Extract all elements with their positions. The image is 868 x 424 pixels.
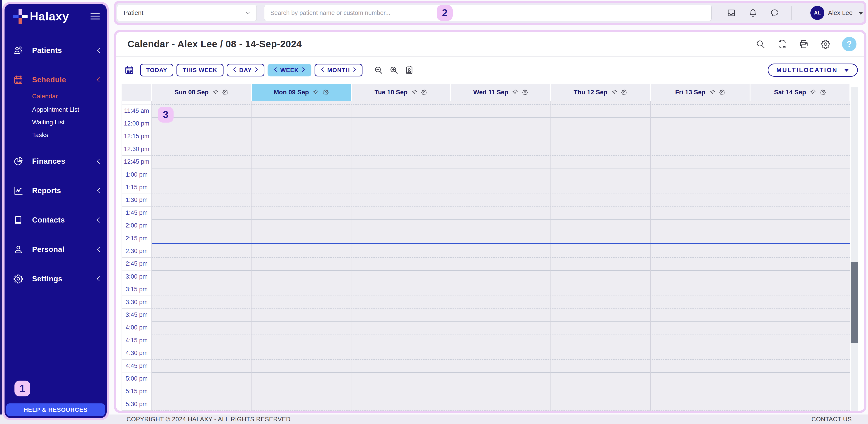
day-header-label: Thu 12 Sep (574, 89, 608, 96)
pin-icon[interactable] (709, 89, 715, 95)
day-header-label: Sat 14 Sep (774, 89, 806, 96)
chevron-right-icon[interactable] (353, 66, 356, 74)
grid-line (152, 156, 850, 156)
chevron-left-icon[interactable] (96, 188, 101, 194)
chevron-left-icon[interactable] (96, 47, 101, 54)
day-column-sun-08-sep[interactable] (152, 101, 251, 411)
time-label: 1:15 pm (122, 181, 152, 194)
day-column-sat-14-sep[interactable] (750, 101, 850, 411)
pin-icon[interactable] (212, 89, 219, 95)
chevron-left-icon[interactable] (321, 66, 324, 74)
day-header-tue-10-sep[interactable]: Tue 10 Sep (352, 84, 451, 101)
time-label: 12:00 pm (122, 117, 152, 130)
chat-icon[interactable] (770, 8, 780, 18)
refresh-icon[interactable] (777, 39, 787, 49)
chevron-left-icon[interactable] (96, 276, 101, 282)
sidebar-item-reports[interactable]: Reports (4, 183, 107, 198)
sidebar-subitem-calendar[interactable]: Calendar (4, 91, 107, 101)
sidebar-item-personal[interactable]: Personal (4, 243, 107, 256)
day-header-mon-09-sep[interactable]: Mon 09 Sep (252, 84, 350, 101)
week-view-button[interactable]: WEEK (268, 64, 311, 77)
logo-text[interactable]: Halaxy (30, 9, 69, 23)
chevron-left-icon[interactable] (96, 217, 101, 223)
day-column-fri-13-sep[interactable] (650, 101, 750, 411)
column-settings-icon[interactable] (322, 89, 329, 95)
contact-card-icon[interactable] (404, 65, 414, 75)
day-column-mon-09-sep[interactable] (251, 101, 351, 411)
sidebar-subitem-label: Calendar (32, 93, 58, 100)
sidebar-item-patients[interactable]: Patients (4, 44, 107, 57)
hamburger-menu-icon[interactable] (90, 12, 100, 20)
patient-filter-select[interactable]: Patient (117, 5, 257, 21)
day-header-thu-12-sep[interactable]: Thu 12 Sep (551, 84, 650, 101)
chevron-left-icon[interactable] (96, 77, 101, 83)
chevron-left-icon[interactable] (233, 66, 236, 74)
sidebar-item-label: Schedule (32, 76, 66, 84)
day-header-label: Wed 11 Sep (473, 89, 508, 96)
printer-icon[interactable] (799, 39, 809, 49)
column-settings-icon[interactable] (421, 89, 427, 95)
user-name[interactable]: Alex Lee (828, 9, 852, 17)
day-header-fri-13-sep[interactable]: Fri 13 Sep (651, 84, 750, 101)
column-settings-icon[interactable] (222, 89, 228, 95)
sidebar-item-contacts[interactable]: Contacts (4, 213, 107, 227)
grid-line (152, 143, 850, 143)
pin-icon[interactable] (810, 89, 816, 95)
column-settings-icon[interactable] (522, 89, 528, 95)
sidebar-item-label: Settings (32, 275, 62, 283)
gear-icon[interactable] (820, 39, 831, 49)
contact-us-link[interactable]: CONTACT US (811, 416, 852, 423)
chevron-left-icon[interactable] (96, 246, 101, 253)
chevron-right-icon[interactable] (255, 66, 258, 74)
zoom-out-icon[interactable] (374, 65, 383, 75)
multilocation-button[interactable]: MULTILOCATION (768, 63, 858, 77)
contacts-icon (13, 215, 24, 225)
sidebar-item-label: Contacts (32, 216, 65, 224)
vertical-scrollbar[interactable] (850, 87, 858, 411)
chevron-left-icon[interactable] (96, 158, 101, 164)
day-header-sun-08-sep[interactable]: Sun 08 Sep (152, 84, 251, 101)
day-header-sat-14-sep[interactable]: Sat 14 Sep (750, 84, 849, 101)
inbox-icon[interactable] (726, 8, 736, 18)
help-icon[interactable]: ? (842, 37, 857, 51)
sidebar-subitem-appointment-list[interactable]: Appointment List (4, 105, 107, 115)
chevron-right-icon[interactable] (302, 66, 305, 74)
column-settings-icon[interactable] (719, 89, 725, 95)
bell-icon[interactable] (748, 8, 758, 18)
search-icon[interactable] (755, 39, 766, 49)
patients-icon (13, 45, 24, 56)
help-resources-button[interactable]: HELP & RESOURCES (6, 403, 105, 416)
today-button[interactable]: TODAY (140, 64, 173, 77)
grid-line (152, 359, 850, 360)
day-column-tue-10-sep[interactable] (351, 101, 451, 411)
patient-search-input[interactable] (270, 5, 700, 21)
pin-icon[interactable] (611, 89, 617, 95)
column-settings-icon[interactable] (819, 89, 826, 95)
day-column-wed-11-sep[interactable] (451, 101, 551, 411)
sidebar: Halaxy PatientsScheduleCalendarAppointme… (2, 2, 109, 420)
grid-line (152, 219, 850, 220)
day-header-wed-11-sep[interactable]: Wed 11 Sep (451, 84, 550, 101)
annotation-badge-3: 3 (158, 107, 174, 122)
column-settings-icon[interactable] (621, 89, 627, 95)
pin-icon[interactable] (411, 89, 417, 95)
sidebar-item-settings[interactable]: Settings (4, 272, 107, 286)
sidebar-subitem-waiting-list[interactable]: Waiting List (4, 117, 107, 127)
month-view-button[interactable]: MONTH (315, 64, 363, 77)
time-label: 1:00 pm (122, 168, 152, 181)
user-menu-caret-icon[interactable] (859, 12, 863, 15)
scrollbar-thumb[interactable] (850, 262, 858, 343)
this-week-button[interactable]: THIS WEEK (177, 64, 223, 77)
day-column-thu-12-sep[interactable] (551, 101, 650, 411)
pin-icon[interactable] (512, 89, 518, 95)
pin-icon[interactable] (313, 89, 319, 95)
zoom-in-icon[interactable] (389, 65, 399, 75)
calendar-icon[interactable] (124, 65, 134, 75)
chevron-left-icon[interactable] (274, 66, 277, 74)
sidebar-subitem-tasks[interactable]: Tasks (4, 130, 107, 140)
avatar[interactable]: AL (810, 6, 825, 20)
sidebar-item-finances[interactable]: Finances (4, 154, 107, 168)
sidebar-item-schedule[interactable]: Schedule (4, 73, 107, 87)
day-header-label: Mon 09 Sep (274, 89, 309, 96)
day-view-button[interactable]: DAY (227, 64, 265, 77)
